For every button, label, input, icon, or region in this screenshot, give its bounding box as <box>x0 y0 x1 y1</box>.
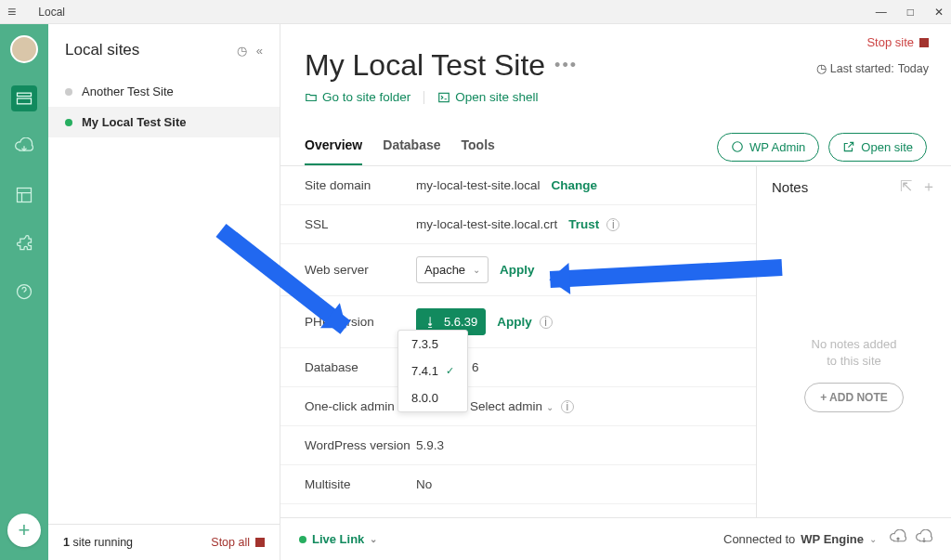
sidebar-item-label: Another Test Site <box>82 85 174 98</box>
change-domain-link[interactable]: Change <box>552 178 598 192</box>
add-note-button[interactable]: + ADD NOTE <box>804 383 904 412</box>
php-version-dropdown: 7.3.5 7.4.1✓ 8.0.0 <box>397 330 468 412</box>
php-option[interactable]: 7.4.1✓ <box>398 358 467 384</box>
label-multisite: Multisite <box>305 477 416 491</box>
last-started: ◷ Last started: Today <box>816 61 929 75</box>
open-site-button[interactable]: Open site <box>828 133 927 162</box>
stop-icon <box>919 38 929 47</box>
value-ssl: my-local-test-site.local.crt <box>416 217 557 231</box>
svg-rect-2 <box>18 189 32 202</box>
php-option[interactable]: 7.3.5 <box>398 331 467 358</box>
info-icon[interactable]: i <box>540 316 553 329</box>
apply-web-server[interactable]: Apply <box>500 263 535 277</box>
svg-rect-1 <box>18 98 32 104</box>
chevron-down-icon: ⌄ <box>473 265 480 275</box>
tab-tools[interactable]: Tools <box>462 128 495 165</box>
collapse-icon[interactable]: « <box>256 44 263 58</box>
label-ssl: SSL <box>305 217 416 231</box>
value-wp-version: 5.9.3 <box>416 438 444 452</box>
web-server-select[interactable]: Apache⌄ <box>416 256 489 283</box>
close-icon[interactable]: ✕ <box>934 6 944 19</box>
wp-admin-button[interactable]: WP Admin <box>717 133 819 162</box>
sites-icon[interactable] <box>11 85 37 111</box>
sidebar: Local sites ◷ « Another Test Site My Loc… <box>48 24 280 560</box>
puzzle-icon[interactable] <box>11 230 37 256</box>
tab-database[interactable]: Database <box>383 128 440 165</box>
add-icon[interactable]: ＋ <box>921 177 936 197</box>
chevron-down-icon: ⌄ <box>370 534 377 544</box>
stop-all-button[interactable]: Stop all <box>211 536 265 549</box>
page-title: My Local Test Site <box>305 48 545 83</box>
stop-icon <box>255 538 265 547</box>
running-label: site running <box>72 536 133 549</box>
sidebar-item-mylocal[interactable]: My Local Test Site <box>48 107 280 137</box>
info-icon[interactable]: i <box>606 218 619 231</box>
hamburger-icon[interactable]: ≡ <box>7 4 16 20</box>
notes-empty: No notes added to this site <box>772 336 936 370</box>
main-pane: Stop site ◷ Last started: Today My Local… <box>280 24 951 560</box>
stop-site-button[interactable]: Stop site <box>866 35 929 49</box>
recent-icon[interactable]: ◷ <box>237 44 247 58</box>
notes-panel: Notes ⇱ ＋ No notes added to this site + … <box>756 166 951 517</box>
info-icon[interactable]: i <box>561 400 574 413</box>
overview-details: Site domain my-local-test-site.local Cha… <box>280 166 756 517</box>
admin-select[interactable]: Select admin ⌄ <box>470 399 554 413</box>
minimize-icon[interactable]: — <box>876 6 887 19</box>
app-title: Local <box>38 6 65 19</box>
notes-title: Notes <box>772 179 808 195</box>
cloud-pull-icon[interactable] <box>890 529 906 549</box>
sidebar-item-label: My Local Test Site <box>82 115 186 129</box>
label-site-domain: Site domain <box>305 178 416 192</box>
nav-rail: + <box>0 24 48 560</box>
running-count: 1 <box>63 536 70 549</box>
chevron-down-icon: ⌄ <box>546 402 554 412</box>
sidebar-item-another[interactable]: Another Test Site <box>48 76 280 107</box>
divider <box>423 91 424 104</box>
open-shell-link[interactable]: Open site shell <box>437 90 538 104</box>
provider-name: WP Engine <box>801 532 864 546</box>
cloud-download-icon[interactable] <box>11 134 37 160</box>
label-wp-version: WordPress version <box>305 438 416 452</box>
value-site-domain: my-local-test-site.local <box>416 178 541 192</box>
live-link-toggle[interactable]: Live Link ⌄ <box>299 532 377 546</box>
chevron-down-icon[interactable]: ⌄ <box>869 534 877 544</box>
label-web-server: Web server <box>305 263 416 277</box>
php-option[interactable]: 8.0.0 <box>398 384 467 411</box>
svg-rect-4 <box>439 93 449 101</box>
apply-php[interactable]: Apply <box>497 315 532 329</box>
clock-icon: ◷ <box>816 61 827 75</box>
cloud-push-icon[interactable] <box>916 529 932 549</box>
trust-ssl-link[interactable]: Trust <box>568 217 599 231</box>
value-multisite: No <box>416 477 432 491</box>
add-site-button[interactable]: + <box>7 514 41 547</box>
connected-label: Connected to <box>723 532 795 546</box>
svg-point-5 <box>733 142 743 152</box>
check-icon: ✓ <box>446 365 454 377</box>
help-icon[interactable] <box>11 279 37 305</box>
footer-bar: Live Link ⌄ Connected to WP Engine ⌄ <box>280 517 951 560</box>
sidebar-title: Local sites <box>65 41 139 59</box>
avatar[interactable] <box>10 35 38 63</box>
go-to-folder-link[interactable]: Go to site folder <box>305 90 410 104</box>
download-icon: ⭳ <box>424 315 436 329</box>
status-dot <box>65 88 72 96</box>
svg-rect-0 <box>18 93 32 96</box>
status-dot <box>65 119 72 126</box>
status-dot <box>299 536 306 543</box>
more-icon[interactable]: ••• <box>554 56 578 75</box>
layout-icon[interactable] <box>11 182 37 208</box>
maximize-icon[interactable]: □ <box>907 6 914 19</box>
title-bar: ≡ Local — □ ✕ <box>0 0 951 24</box>
value-database: 6 <box>472 360 479 374</box>
pin-icon[interactable]: ⇱ <box>900 177 912 197</box>
tab-overview[interactable]: Overview <box>305 128 362 165</box>
